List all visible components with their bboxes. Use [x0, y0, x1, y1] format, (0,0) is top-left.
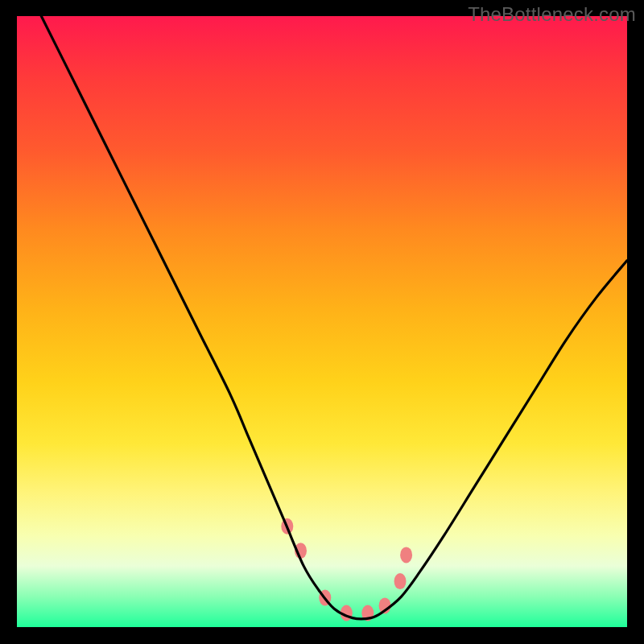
marker-point [400, 547, 412, 563]
chart-frame: TheBottleneck.com [0, 0, 644, 644]
watermark-text: TheBottleneck.com [468, 3, 636, 26]
marker-point [394, 573, 407, 589]
chart-svg [17, 16, 627, 627]
bottleneck-curve-path [41, 16, 627, 619]
